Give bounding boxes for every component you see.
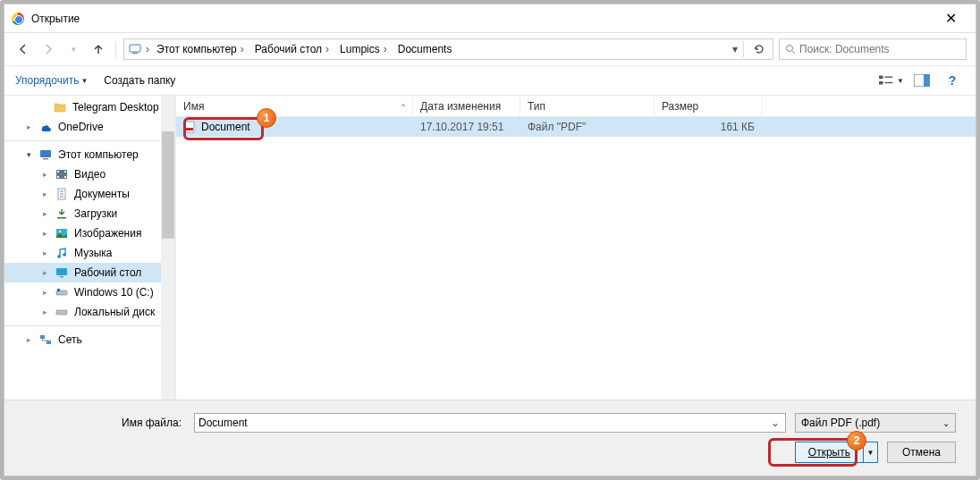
svg-point-2 bbox=[787, 46, 793, 52]
svg-rect-14 bbox=[57, 176, 59, 178]
recent-button[interactable]: ▾ bbox=[63, 39, 83, 59]
nav-row: ▾ › Этот компьютер› Рабочий стол› Lumpic… bbox=[4, 33, 976, 65]
chevron-right-icon: ▸ bbox=[40, 268, 49, 277]
svg-rect-15 bbox=[64, 171, 66, 173]
chevron-down-icon[interactable]: ⌄ bbox=[769, 417, 781, 429]
column-modified[interactable]: Дата изменения bbox=[413, 96, 520, 116]
main-area: Telegram Desktop ▸ OneDrive ▾ Этот компь… bbox=[4, 96, 976, 400]
svg-rect-21 bbox=[57, 217, 66, 219]
chevron-right-icon: ▸ bbox=[40, 170, 49, 179]
close-icon[interactable]: ✕ bbox=[933, 12, 968, 26]
new-folder-button[interactable]: Создать папку bbox=[104, 74, 175, 87]
separator bbox=[4, 325, 175, 326]
pdf-file-icon bbox=[183, 121, 196, 133]
svg-rect-31 bbox=[40, 335, 45, 339]
sidebar-item-music[interactable]: ▸ Музыка bbox=[4, 243, 175, 263]
chrome-icon bbox=[12, 13, 24, 25]
chevron-right-icon: ▸ bbox=[40, 229, 49, 238]
column-size[interactable]: Размер bbox=[655, 96, 762, 116]
column-name[interactable]: Имя^ bbox=[176, 96, 413, 116]
sidebar-item-documents[interactable]: ▸ Документы bbox=[4, 184, 175, 204]
chevron-right-icon: › bbox=[146, 43, 149, 55]
sidebar-item-downloads[interactable]: ▸ Загрузки bbox=[4, 204, 175, 223]
chevron-right-icon: ▸ bbox=[40, 288, 49, 297]
chevron-right-icon: › bbox=[384, 43, 387, 55]
help-icon[interactable]: ? bbox=[940, 71, 965, 90]
search-box[interactable] bbox=[779, 38, 967, 60]
onedrive-icon bbox=[38, 120, 53, 134]
sidebar-item-images[interactable]: ▸ Изображения bbox=[4, 223, 175, 243]
image-icon bbox=[55, 226, 69, 240]
scrollbar-thumb[interactable] bbox=[162, 131, 174, 239]
sidebar-item-desktop[interactable]: ▸ Рабочий стол bbox=[4, 263, 175, 282]
sidebar-item-computer[interactable]: ▾ Этот компьютер bbox=[4, 145, 175, 164]
svg-rect-9 bbox=[924, 74, 930, 87]
open-dropdown-button[interactable]: ▼ bbox=[864, 442, 878, 463]
toolbar: Упорядочить ▼ Создать папку ▼ ? bbox=[4, 65, 976, 96]
svg-rect-6 bbox=[884, 76, 892, 77]
sidebar-item[interactable]: Telegram Desktop bbox=[4, 97, 175, 117]
sidebar-item-videos[interactable]: ▸ Видео bbox=[4, 164, 175, 184]
preview-pane-button[interactable] bbox=[909, 71, 934, 90]
drive-icon bbox=[55, 285, 69, 299]
filename-box[interactable]: ⌄ bbox=[194, 413, 786, 433]
music-icon bbox=[55, 246, 69, 260]
sidebar-item-drive-local[interactable]: ▸ Локальный диск bbox=[4, 302, 175, 322]
separator bbox=[743, 41, 744, 57]
sidebar-item-network[interactable]: ▸ Сеть bbox=[4, 330, 175, 349]
file-size: 161 КБ bbox=[655, 121, 762, 133]
arrow-up-icon bbox=[92, 43, 105, 55]
chevron-right-icon: ▸ bbox=[40, 307, 49, 316]
network-icon bbox=[38, 333, 53, 347]
file-date: 17.10.2017 19:51 bbox=[413, 121, 520, 133]
svg-rect-33 bbox=[185, 122, 194, 132]
chevron-down-icon: ▼ bbox=[866, 449, 874, 457]
breadcrumb[interactable]: › Этот компьютер› Рабочий стол› Lumpics›… bbox=[123, 38, 773, 60]
breadcrumb-item[interactable]: Lumpics› bbox=[336, 43, 391, 55]
filter-label: Файл PDF (.pdf) bbox=[801, 417, 880, 429]
svg-point-25 bbox=[63, 253, 66, 257]
back-button[interactable] bbox=[13, 39, 33, 59]
column-type[interactable]: Тип bbox=[520, 96, 655, 116]
sort-asc-icon: ^ bbox=[401, 102, 405, 110]
view-mode-button[interactable]: ▼ bbox=[879, 71, 904, 90]
arrow-left-icon bbox=[17, 43, 30, 55]
svg-rect-13 bbox=[57, 171, 59, 173]
doc-icon bbox=[55, 187, 69, 201]
filename-label: Имя файла: bbox=[24, 417, 185, 429]
svg-rect-7 bbox=[884, 82, 892, 83]
bottom-panel: Имя файла: ⌄ Файл PDF (.pdf) ⌄ Открыть ▼… bbox=[4, 400, 976, 476]
chevron-down-icon: ⌄ bbox=[942, 418, 950, 428]
breadcrumb-item[interactable]: Рабочий стол› bbox=[251, 43, 333, 55]
computer-icon bbox=[38, 147, 53, 162]
sidebar-item-drive-c[interactable]: ▸ Windows 10 (C:) bbox=[4, 282, 175, 302]
refresh-icon[interactable] bbox=[749, 43, 769, 55]
svg-rect-0 bbox=[130, 45, 140, 52]
filename-input[interactable] bbox=[199, 417, 769, 429]
search-input[interactable] bbox=[799, 43, 960, 55]
cancel-button[interactable]: Отмена bbox=[887, 442, 956, 463]
svg-rect-11 bbox=[43, 158, 48, 160]
svg-rect-5 bbox=[879, 81, 883, 85]
breadcrumb-item[interactable]: Documents bbox=[394, 43, 456, 55]
svg-rect-32 bbox=[46, 341, 51, 344]
separator bbox=[4, 140, 175, 141]
sidebar-item-onedrive[interactable]: ▸ OneDrive bbox=[4, 117, 175, 137]
up-button[interactable] bbox=[89, 39, 108, 59]
svg-point-23 bbox=[59, 231, 62, 233]
filetype-filter[interactable]: Файл PDF (.pdf) ⌄ bbox=[795, 413, 956, 433]
chevron-down-icon[interactable]: ▾ bbox=[732, 43, 738, 55]
chevron-right-icon: › bbox=[325, 43, 329, 55]
organize-button[interactable]: Упорядочить ▼ bbox=[15, 74, 88, 87]
search-icon bbox=[785, 44, 796, 55]
download-icon bbox=[55, 206, 69, 221]
breadcrumb-item[interactable]: Этот компьютер› bbox=[153, 43, 248, 55]
forward-button[interactable] bbox=[38, 39, 58, 59]
chevron-right-icon: ▸ bbox=[24, 335, 33, 344]
file-area: Имя^ Дата изменения Тип Размер Document … bbox=[176, 96, 976, 400]
annotation-badge: 1 bbox=[257, 108, 276, 128]
file-row[interactable]: Document 17.10.2017 19:51 Файл "PDF" 161… bbox=[176, 117, 976, 137]
scrollbar[interactable] bbox=[161, 96, 175, 400]
sidebar: Telegram Desktop ▸ OneDrive ▾ Этот компь… bbox=[4, 96, 176, 400]
chevron-down-icon: ▾ bbox=[24, 150, 33, 159]
